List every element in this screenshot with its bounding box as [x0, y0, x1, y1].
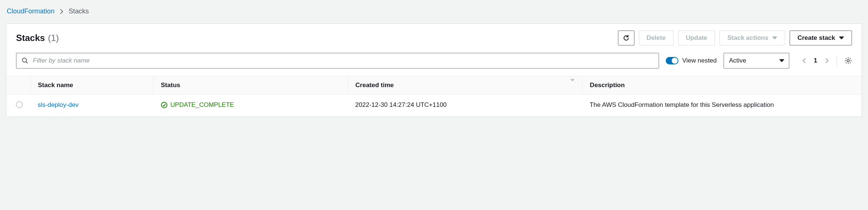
status-filter-select[interactable]: Active: [724, 53, 789, 69]
title-count: (1): [48, 33, 59, 43]
caret-down-icon: [839, 36, 844, 39]
breadcrumb-root-link[interactable]: CloudFormation: [7, 7, 54, 15]
column-created-time-label: Created time: [355, 82, 394, 89]
svg-point-2: [847, 60, 849, 62]
view-nested-label: View nested: [682, 57, 716, 64]
column-status[interactable]: Status: [153, 76, 348, 95]
sort-desc-icon: [570, 82, 575, 89]
svg-line-1: [26, 62, 28, 63]
view-nested-toggle[interactable]: [666, 57, 678, 64]
caret-down-icon: [772, 36, 777, 39]
refresh-button[interactable]: [618, 31, 634, 45]
delete-button[interactable]: Delete: [639, 31, 674, 45]
pagination: 1: [796, 55, 852, 66]
settings-button[interactable]: [844, 57, 852, 64]
prev-page-button[interactable]: [802, 57, 806, 64]
divider: [837, 55, 837, 66]
page-number: 1: [814, 57, 817, 64]
status-text: UPDATE_COMPLETE: [171, 101, 234, 109]
stacks-table: Stack name Status Created time Descripti…: [6, 76, 862, 117]
next-page-button[interactable]: [825, 57, 829, 64]
stacks-panel: Stacks (1) Delete Update Stack actions: [6, 23, 862, 117]
row-select-radio[interactable]: [16, 101, 23, 108]
header-actions: Delete Update Stack actions Create stack: [618, 31, 852, 45]
filter-input[interactable]: [33, 57, 653, 64]
status-filter-value: Active: [729, 57, 746, 64]
caret-down-icon: [779, 59, 784, 62]
chevron-right-icon: [60, 9, 63, 15]
title-text: Stacks: [16, 33, 45, 43]
stack-actions-button[interactable]: Stack actions: [719, 31, 785, 45]
create-stack-label: Create stack: [797, 34, 835, 42]
column-created-time[interactable]: Created time: [348, 76, 582, 95]
column-description[interactable]: Description: [582, 76, 862, 95]
table-row: sls-deploy-dev UPDATE_COMPLETE 2022-12-3…: [6, 95, 862, 117]
check-circle-icon: [161, 102, 168, 108]
search-icon: [22, 57, 28, 64]
breadcrumb: CloudFormation Stacks: [6, 7, 862, 15]
column-stack-name[interactable]: Stack name: [30, 76, 153, 95]
create-stack-button[interactable]: Create stack: [790, 31, 852, 45]
update-button[interactable]: Update: [678, 31, 715, 45]
svg-point-0: [22, 58, 26, 62]
page-title: Stacks (1): [16, 33, 59, 43]
column-select: [6, 76, 30, 95]
description-cell: The AWS CloudFormation template for this…: [582, 95, 862, 117]
status-badge: UPDATE_COMPLETE: [161, 101, 340, 109]
svg-point-3: [161, 102, 167, 108]
breadcrumb-current: Stacks: [69, 7, 89, 15]
created-time-cell: 2022-12-30 14:27:24 UTC+1100: [348, 95, 582, 117]
filter-input-wrap[interactable]: [16, 53, 659, 69]
stack-name-link[interactable]: sls-deploy-dev: [38, 101, 79, 108]
refresh-icon: [622, 34, 630, 42]
stack-actions-label: Stack actions: [727, 34, 768, 42]
